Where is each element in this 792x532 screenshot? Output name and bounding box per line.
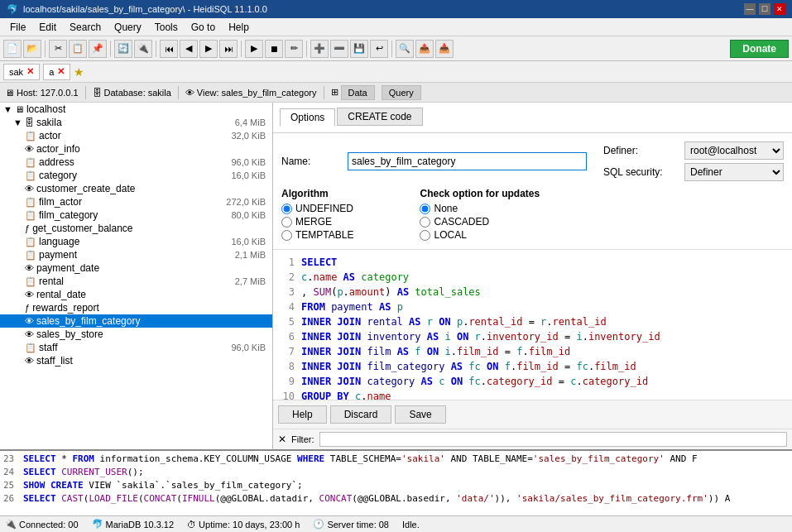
maximize-button[interactable]: ☐ [759, 3, 770, 15]
tb-run[interactable]: ▶ [245, 40, 263, 58]
filter-close[interactable]: ✕ [278, 434, 286, 445]
host-value: 127.0.0.1 [41, 88, 79, 98]
search-tab-a[interactable]: a ✕ [43, 64, 70, 80]
tb-edit[interactable]: ✏ [285, 40, 303, 58]
tree-rewards[interactable]: ƒ rewards_report [0, 301, 272, 314]
tb-first[interactable]: ⏮ [160, 40, 178, 58]
table-icon7: 📋 [25, 250, 36, 261]
tb-stop[interactable]: ⏹ [265, 40, 283, 58]
tab-data[interactable]: Data [341, 85, 375, 100]
tree-get-customer[interactable]: ƒ get_customer_balance [0, 222, 272, 235]
check-cascaded-radio[interactable] [420, 217, 430, 228]
search-tab-sak[interactable]: sak ✕ [3, 64, 40, 80]
tree-payment-date[interactable]: 👁 payment_date [0, 261, 272, 275]
tree-payment[interactable]: 📋 payment 2,1 MiB [0, 248, 272, 261]
check-none[interactable]: None [420, 203, 540, 214]
tb-discard[interactable]: ↩ [370, 40, 388, 58]
tree-staff[interactable]: 📋 staff 96,0 KiB [0, 341, 272, 354]
tree-sakila[interactable]: ▼ 🗄 sakila 6,4 MiB [0, 116, 272, 129]
menu-tools[interactable]: Tools [148, 20, 185, 35]
menu-search[interactable]: Search [63, 20, 108, 35]
discard-button[interactable]: Discard [330, 405, 392, 424]
tree-actor[interactable]: 📋 actor 32,0 KiB [0, 129, 272, 142]
close-button[interactable]: ✕ [774, 3, 785, 15]
tb-add[interactable]: ➕ [310, 40, 329, 58]
tb-last[interactable]: ⏭ [219, 40, 238, 58]
view-icon: 👁 [185, 88, 194, 98]
tb-refresh[interactable]: 🔄 [114, 40, 132, 58]
algo-temptable[interactable]: TEMPTABLE [281, 229, 353, 241]
menu-query[interactable]: Query [108, 20, 148, 35]
tb-import[interactable]: 📥 [435, 40, 454, 58]
tree-language[interactable]: 📋 language 16,0 KiB [0, 235, 272, 248]
payment-date-label: payment_date [36, 262, 99, 274]
tab-options-btn[interactable]: Options [280, 108, 335, 127]
check-cascaded[interactable]: CASCADED [420, 216, 540, 228]
save-button[interactable]: Save [395, 405, 445, 424]
check-none-radio[interactable] [420, 204, 430, 214]
tree-rental-date[interactable]: 👁 rental_date [0, 288, 272, 301]
view-icon3: 👁 [25, 263, 34, 273]
tab-create-btn[interactable]: CREATE code [337, 108, 422, 126]
tb-paste[interactable]: 📌 [89, 40, 107, 58]
table-icon: 📋 [25, 131, 36, 141]
tab-a-close[interactable]: ✕ [57, 66, 65, 77]
tb-new[interactable]: 📄 [3, 40, 22, 58]
help-button[interactable]: Help [278, 405, 327, 424]
tree-film-actor[interactable]: 📋 film_actor 272,0 KiB [0, 195, 272, 208]
log-line-23: 23 SELECT * FROM information_schema.KEY_… [3, 453, 789, 466]
filter-input[interactable] [319, 432, 788, 447]
donate-button[interactable]: Donate [730, 40, 789, 58]
tb-copy[interactable]: 📋 [69, 40, 87, 58]
button-bar: Help Discard Save [273, 400, 792, 429]
code-area: 1 SELECT 2 c.name AS category 3 , SUM(p.… [273, 250, 792, 400]
tb-filter[interactable]: 🔍 [396, 40, 414, 58]
minimize-button[interactable]: — [744, 3, 756, 15]
tree-rental[interactable]: 📋 rental 2,7 MiB [0, 275, 272, 288]
favorites-star[interactable]: ★ [74, 65, 84, 79]
tb-del[interactable]: ➖ [330, 40, 348, 58]
tree-address[interactable]: 📋 address 96,0 KiB [0, 156, 272, 169]
tab-query[interactable]: Query [382, 85, 421, 100]
algo-merge-radio[interactable] [281, 217, 292, 228]
tb-connect[interactable]: 🔌 [134, 40, 152, 58]
tb-sep4 [241, 41, 242, 57]
server-icon: 🖥 [5, 88, 14, 98]
table-icon5: 📋 [25, 210, 36, 221]
tb-open[interactable]: 📂 [23, 40, 41, 58]
name-input[interactable] [348, 152, 587, 170]
tb-sep5 [306, 41, 307, 57]
tree-actor-info[interactable]: 👁 actor_info [0, 142, 272, 156]
algo-undefined-label: UNDEFINED [295, 203, 353, 214]
tree-category[interactable]: 📋 category 16,0 KiB [0, 169, 272, 182]
tb-cut[interactable]: ✂ [49, 40, 67, 58]
menu-file[interactable]: File [3, 20, 32, 35]
tree-film-category[interactable]: 📋 film_category 80,0 KiB [0, 208, 272, 222]
tb-export[interactable]: 📤 [415, 40, 434, 58]
check-local-radio[interactable] [420, 230, 430, 241]
tb-prev[interactable]: ◀ [180, 40, 198, 58]
tb-sep6 [391, 41, 392, 57]
code-line-9: 9 INNER JOIN category AS c ON fc.categor… [278, 374, 787, 389]
tab-sak-close[interactable]: ✕ [26, 66, 34, 77]
menu-goto[interactable]: Go to [185, 20, 222, 35]
tree-sales-store[interactable]: 👁 sales_by_store [0, 328, 272, 341]
tree-customer-create[interactable]: 👁 customer_create_date [0, 182, 272, 195]
tree-sales-film[interactable]: 👁 sales_by_film_category [0, 314, 272, 328]
algo-temptable-radio[interactable] [281, 230, 292, 241]
algorithm-col: Algorithm UNDEFINED MERGE TEMPTABLE [281, 188, 353, 241]
menu-help[interactable]: Help [222, 20, 256, 35]
tb-next[interactable]: ▶ [199, 40, 218, 58]
algo-merge[interactable]: MERGE [281, 216, 353, 228]
algo-undefined-radio[interactable] [281, 204, 292, 214]
tb-save[interactable]: 💾 [350, 40, 368, 58]
tree-staff-list[interactable]: 👁 staff_list [0, 354, 272, 367]
check-local[interactable]: LOCAL [420, 229, 540, 241]
tree-localhost[interactable]: ▼ 🖥 localhost [0, 103, 272, 116]
tab-sak-label: sak [9, 67, 23, 77]
algo-undefined[interactable]: UNDEFINED [281, 203, 353, 214]
definer-select[interactable]: root@localhost [684, 141, 784, 160]
sql-security-select[interactable]: Definer [684, 163, 784, 181]
connected-icon: 🔌 [5, 519, 17, 530]
menu-edit[interactable]: Edit [32, 20, 63, 35]
